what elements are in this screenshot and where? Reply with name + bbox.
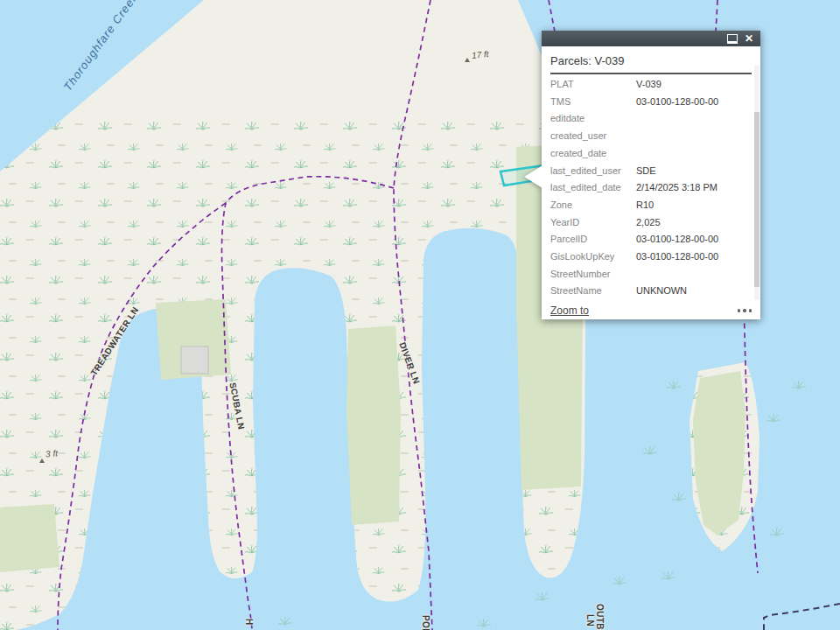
popup-footer: Zoom to xyxy=(542,304,760,319)
field-value: V-039 xyxy=(636,76,662,94)
field-value: SDE xyxy=(636,163,656,180)
popup-title: Parcels: V-039 xyxy=(550,54,752,67)
depth-marker-icon xyxy=(465,58,470,62)
field-label: GisLookUpKey xyxy=(550,248,636,266)
attribute-row: created_date xyxy=(550,145,752,163)
field-value: 2/14/2025 3:18 PM xyxy=(636,179,718,197)
field-value: 03-0100-128-00-00 xyxy=(636,248,718,266)
popup-titlebar: ✕ xyxy=(542,31,760,46)
title-divider xyxy=(550,73,752,74)
field-label: last_edited_date xyxy=(550,179,636,197)
attribute-row: ZoneR10 xyxy=(550,197,752,214)
field-value: 03-0100-128-00-00 xyxy=(636,231,718,248)
field-label: last_edited_user xyxy=(550,163,636,180)
attribute-row: ParcelID03-0100-128-00-00 xyxy=(550,231,752,248)
field-label: created_user xyxy=(550,128,636,145)
attribute-row: PLATV-039 xyxy=(550,76,752,94)
field-label: PLAT xyxy=(550,76,636,94)
field-value: 03-0100-128-00-00 xyxy=(636,94,718,111)
popup-rows: PLATV-039TMS03-0100-128-00-00editdatecre… xyxy=(550,76,752,318)
depth-marker-icon xyxy=(39,458,45,463)
attribute-row: TMS03-0100-128-00-00 xyxy=(550,94,752,111)
field-value: UNKNOWN xyxy=(636,283,687,300)
attribute-row: created_user xyxy=(550,128,752,145)
dock-window-icon[interactable] xyxy=(727,34,738,44)
field-label: StreetNumber xyxy=(550,266,636,284)
field-label: TMS xyxy=(550,94,636,111)
gis-map-view: Thoroughfare Creek TREADWATER LN SCUBA L… xyxy=(0,0,840,630)
parcel-popup: ✕ Parcels: V-039 PLATV-039TMS03-0100-128… xyxy=(542,31,760,319)
field-label: editdate xyxy=(550,110,636,128)
more-options-icon[interactable] xyxy=(738,309,752,312)
field-value: R10 xyxy=(636,197,654,214)
zoom-to-link[interactable]: Zoom to xyxy=(550,304,589,317)
attribute-row: GisLookUpKey03-0100-128-00-00 xyxy=(550,248,752,266)
building-footprint xyxy=(181,346,208,374)
attribute-row: StreetNumber xyxy=(550,266,752,284)
attribute-row: editdate xyxy=(550,110,752,128)
popup-scrollbar-thumb[interactable] xyxy=(754,112,760,287)
field-value: 2,025 xyxy=(636,214,661,232)
attribute-row: last_edited_userSDE xyxy=(550,163,752,180)
field-label: ParcelID xyxy=(550,231,636,248)
popup-callout-pointer xyxy=(524,165,542,188)
attribute-row: last_edited_date2/14/2025 3:18 PM xyxy=(550,179,752,197)
field-label: StreetName xyxy=(550,283,636,300)
attribute-row: StreetNameUNKNOWN xyxy=(550,283,752,300)
field-label: created_date xyxy=(550,145,636,163)
field-label: Zone xyxy=(550,197,636,214)
field-label: YearID xyxy=(550,214,636,232)
close-icon[interactable]: ✕ xyxy=(745,33,753,44)
attribute-row: YearID2,025 xyxy=(550,214,752,232)
popup-body: Parcels: V-039 PLATV-039TMS03-0100-128-0… xyxy=(542,46,760,319)
